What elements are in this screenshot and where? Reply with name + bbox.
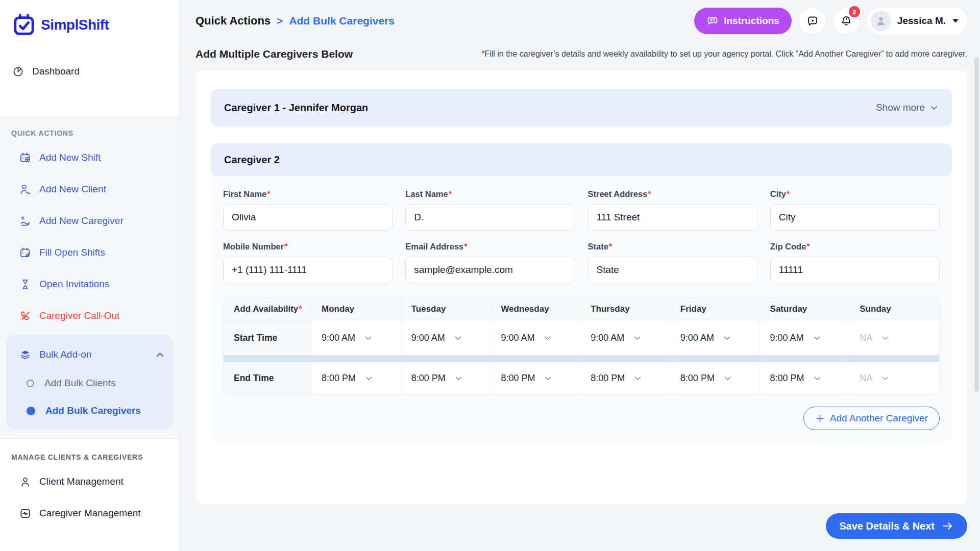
sidebar-item-client-management[interactable]: Client Management [6,470,173,493]
pulse-square-icon [19,508,31,519]
start-time-friday-select[interactable]: 9:00 AM [670,320,760,355]
sidebar-item-add-new-client[interactable]: Add New Client [6,178,173,201]
street-address-field-group: Street Address* [588,189,757,231]
sidebar-item-add-new-shift[interactable]: Add New Shift [6,146,173,169]
zip-code-label: Zip Code [770,242,806,252]
sidebar-quick-actions-section: QUICK ACTIONS Add New Shift [0,116,179,439]
required-mark: * [299,304,302,314]
show-more-button[interactable]: Show more [876,102,939,113]
email-address-input[interactable] [405,257,575,283]
app-root: SimplShift Dashboard QUICK ACTIONS [0,0,980,551]
start-time-tuesday-select[interactable]: 9:00 AM [401,320,491,355]
notification-badge: 2 [849,6,860,17]
sidebar-item-label: Caregiver Call-Out [39,310,119,321]
sidebar-item-add-new-caregiver[interactable]: Add New Caregiver [6,210,173,232]
brand-name: SimplShift [41,17,109,33]
breadcrumb-quick-actions[interactable]: Quick Actions [195,14,271,28]
chevron-down-icon [633,334,642,342]
sidebar-item-open-invitations[interactable]: Open Invitations [6,273,173,295]
end-time-saturday-select[interactable]: 8:00 PM [760,362,850,394]
end-time-friday-select[interactable]: 8:00 PM [670,362,760,394]
zip-code-input[interactable] [770,257,940,283]
mobile-number-label: Mobile Number [223,242,284,252]
calendar-plus-icon [19,152,31,164]
sidebar-item-caregiver-management[interactable]: Caregiver Management [6,502,173,524]
last-name-input[interactable] [405,204,575,231]
chevron-up-icon [154,349,166,361]
app-logo: SimplShift [12,13,167,37]
page-header: Add Multiple Caregivers Below *Fill in t… [195,48,967,60]
phone-slash-icon [19,310,31,322]
end-time-sunday-select[interactable]: NA [849,362,939,394]
day-header-tuesday: Tuesday [401,298,491,320]
radio-selected-icon [27,407,35,415]
mobile-number-input[interactable] [223,257,393,283]
sidebar-item-add-bulk-clients[interactable]: Add Bulk Clients [6,373,166,393]
topbar-actions: Instructions 2 [694,8,967,34]
start-time-saturday-select[interactable]: 9:00 AM [760,320,850,355]
main-content: Quick Actions > Add Bulk Caregivers Inst… [180,0,980,551]
logo-calendar-check-icon [12,13,36,37]
state-field-group: State* [588,242,757,283]
end-time-thursday-select[interactable]: 8:00 PM [580,362,670,394]
sidebar-item-label: Add New Caregiver [39,215,124,227]
required-mark: * [449,189,452,199]
page-title: Add Multiple Caregivers Below [195,48,353,60]
sidebar-item-dashboard[interactable]: Dashboard [12,60,167,83]
city-input[interactable] [770,204,940,231]
caret-down-icon [952,18,959,23]
start-time-monday-select[interactable]: 9:00 AM [311,320,401,355]
plus-icon [815,414,825,423]
caregiver-details-grid: First Name* Last Name* Street Address* [223,189,940,283]
day-header-sunday: Sunday [849,298,939,320]
start-time-thursday-select[interactable]: 9:00 AM [580,320,670,355]
sidebar-top: SimplShift Dashboard [0,0,179,116]
person-wave-icon [19,184,31,195]
user-name: Jessica M. [897,15,946,27]
required-mark: * [787,189,790,199]
start-time-sunday-select[interactable]: NA [849,320,939,355]
chat-play-icon [806,15,819,27]
day-header-monday: Monday [311,298,401,320]
end-time-monday-select[interactable]: 8:00 PM [311,362,401,394]
messages-button[interactable] [800,8,825,34]
start-time-wednesday-select[interactable]: 9:00 AM [491,320,580,355]
availability-table: Add Availability* Monday Tuesday Wednesd… [223,297,940,394]
dashboard-icon [12,66,24,78]
sidebar-item-add-bulk-caregivers[interactable]: Add Bulk Caregivers [6,400,166,421]
street-address-input[interactable] [588,204,757,231]
person-silhouette-icon [875,15,887,27]
sidebar-item-label: Dashboard [32,66,80,77]
sidebar-item-fill-open-shifts[interactable]: Fill Open Shifts [6,241,173,264]
page-instruction-note: *Fill in the caregiver’s details and wee… [481,49,967,59]
sidebar-item-label: Add Bulk Clients [44,378,115,389]
first-name-label: First Name [223,189,266,199]
caregiver-1-title: Caregiver 1 - Jennifer Morgan [224,102,368,114]
sidebar-item-label: Client Management [39,476,124,487]
notifications-button[interactable]: 2 [834,8,859,34]
sidebar-item-label: Add New Client [39,184,106,195]
sidebar-manage-section: MANAGE CLIENTS & CAREGIVERS Client Manag… [0,439,179,551]
end-time-tuesday-select[interactable]: 8:00 PM [401,362,491,394]
sidebar-item-caregiver-call-out[interactable]: Caregiver Call-Out [6,305,173,327]
breadcrumb-current-page[interactable]: Add Bulk Caregivers [289,15,395,27]
state-input[interactable] [588,257,757,283]
end-time-wednesday-select[interactable]: 8:00 PM [491,362,580,394]
city-label: City [770,189,786,199]
chevron-down-icon [543,334,552,342]
day-header-thursday: Thursday [580,298,670,320]
save-details-next-button[interactable]: Save Details & Next [826,513,967,539]
chevron-down-icon [633,374,642,383]
mobile-number-field-group: Mobile Number* [223,242,393,283]
manage-section-title: MANAGE CLIENTS & CAREGIVERS [6,453,173,461]
first-name-input[interactable] [223,204,393,231]
chevron-down-icon [723,374,732,383]
page-scrollbar-thumb[interactable] [974,57,979,392]
user-menu[interactable]: Jessica M. [867,8,967,34]
bell-icon [840,15,852,27]
caregiver-2-header: Caregiver 2 [211,143,952,176]
sidebar-item-bulk-addon[interactable]: Bulk Add-on [6,343,166,366]
email-address-label: Email Address [405,242,463,252]
instructions-button[interactable]: Instructions [694,8,792,34]
add-another-caregiver-button[interactable]: Add Another Caregiver [803,407,940,430]
